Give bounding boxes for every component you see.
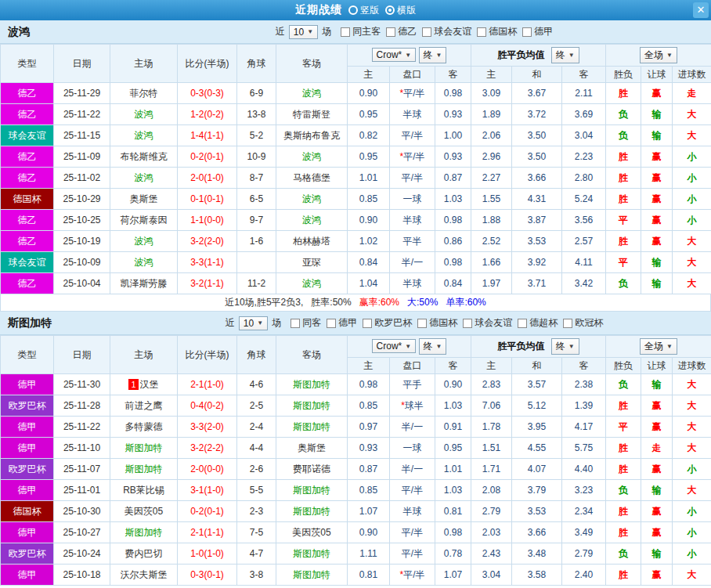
checkbox-icon[interactable]	[327, 319, 336, 328]
subcol-home-odds: 主	[348, 67, 390, 83]
checkbox-icon[interactable]	[518, 319, 527, 328]
match-count-select[interactable]: 10▼	[239, 316, 268, 330]
filter-checkbox[interactable]: 德乙	[386, 25, 417, 38]
layout-vertical-radio[interactable]: 竖版	[348, 4, 379, 17]
col-type: 类型	[1, 45, 54, 83]
away-team: 斯图加特	[276, 374, 348, 395]
asian-result-cell: 赢	[641, 83, 673, 104]
match-scope-select[interactable]: 全场▼	[640, 47, 677, 63]
home-odds: 0.97	[348, 417, 390, 438]
handicap: 平半	[390, 231, 435, 252]
corner-score: 7-5	[237, 522, 276, 543]
near-label: 近	[276, 25, 285, 38]
live-badge: 1	[128, 379, 138, 390]
avg-draw: 3.79	[512, 480, 562, 501]
match-date: 25-10-30	[54, 501, 110, 522]
away-odds: 0.90	[435, 374, 471, 395]
filter-checkbox[interactable]: 德国杯	[417, 316, 457, 330]
home-team: 凯泽斯劳滕	[110, 273, 178, 294]
avg-draw: 3.48	[512, 543, 562, 565]
checkbox-icon[interactable]	[291, 319, 300, 328]
checkbox-icon[interactable]	[417, 319, 427, 328]
subcol-handicap: 盘口	[390, 358, 435, 374]
radio-label: 横版	[397, 4, 416, 17]
final-avg-select[interactable]: 终▼	[551, 47, 579, 63]
result-cell: 胜	[606, 395, 641, 417]
team-label: 波鸿	[135, 172, 153, 183]
home-team: 费内巴切	[110, 543, 178, 565]
avg-odds-label: 胜平负均值	[497, 49, 544, 60]
avg-lose: 3.04	[562, 125, 606, 146]
checkbox-icon[interactable]	[363, 319, 372, 328]
goals-result-cell: 大	[673, 417, 711, 438]
avg-lose: 4.17	[562, 417, 606, 438]
match-score: 3-3(1-1)	[178, 252, 237, 273]
summary-row: 近10场,胜5平2负3,胜率:50%赢率:60%大:50%单率:60%	[0, 294, 711, 312]
league-badge: 德乙	[1, 146, 54, 168]
league-badge: 德乙	[1, 83, 54, 104]
checkbox-icon[interactable]	[341, 27, 350, 37]
away-team: 斯图加特	[276, 501, 348, 522]
subcol-handicap: 盘口	[390, 67, 435, 83]
team-label: 斯图加特	[293, 400, 330, 411]
final-odds-select[interactable]: 终▼	[419, 47, 447, 63]
match-date: 25-10-29	[54, 189, 110, 210]
league-badge: 德甲	[1, 374, 54, 395]
filter-checkbox[interactable]: 德甲	[522, 25, 553, 38]
summary-segment: 大:50%	[407, 297, 438, 308]
corner-score: 6-9	[237, 83, 276, 104]
checkbox-icon[interactable]	[386, 27, 395, 37]
filter-checkbox[interactable]: 德超杯	[518, 316, 558, 330]
goals-result-cell: 大	[673, 438, 711, 459]
checkbox-icon[interactable]	[563, 319, 572, 328]
bookmaker-select[interactable]: Crow*▼	[372, 48, 417, 62]
checkbox-icon[interactable]	[522, 27, 532, 37]
away-team: 波鸿	[276, 210, 348, 231]
filter-checkbox[interactable]: 同客	[291, 316, 321, 330]
team-label: 斯图加特	[125, 527, 163, 538]
match-score: 3-2(2-0)	[178, 231, 237, 252]
filter-checkbox[interactable]: 德甲	[327, 316, 357, 330]
corner-score: 2-4	[237, 417, 276, 438]
away-odds: 0.98	[435, 83, 471, 104]
checkbox-icon[interactable]	[422, 27, 431, 37]
match-count-select[interactable]: 10▼	[289, 25, 318, 39]
corner-score: 10-9	[237, 146, 276, 168]
away-odds: 0.81	[435, 501, 471, 522]
bookmaker-select[interactable]: Crow*▼	[372, 339, 417, 353]
checkbox-icon[interactable]	[463, 319, 472, 328]
filter-checkbox[interactable]: 欧罗巴杯	[363, 316, 412, 330]
close-button[interactable]: ✕	[693, 2, 709, 18]
handicap: 平/半	[390, 480, 435, 501]
subcol-avg-draw: 和	[512, 67, 562, 83]
avg-odds-label: 胜平负均值	[497, 341, 544, 352]
match-score: 0-2(0-1)	[178, 501, 237, 522]
filter-checkbox[interactable]: 欧冠杯	[563, 316, 603, 330]
league-badge: 德甲	[1, 417, 54, 438]
asian-result-cell: 输	[641, 104, 673, 125]
filter-checkbox[interactable]: 球会友谊	[422, 25, 471, 38]
match-date: 25-10-04	[54, 273, 110, 294]
avg-win: 2.08	[471, 480, 512, 501]
match-scope-select[interactable]: 全场▼	[640, 338, 677, 355]
final-odds-select[interactable]: 终▼	[419, 338, 447, 355]
away-team: 美因茨05	[276, 522, 348, 543]
filter-checkbox[interactable]: 球会友谊	[463, 316, 512, 330]
team-label: 波鸿	[135, 109, 153, 120]
match-row: 德甲 25-10-18 沃尔夫斯堡 0-3(0-1) 3-8 斯图加特 0.81…	[1, 565, 711, 586]
team-label: 波鸿	[135, 130, 153, 141]
team-name: 斯图加特	[8, 316, 125, 330]
sections-container: 波鸿 近 10▼ 场 同主客德乙球会友谊德国杯德甲 类型 日期 主场 比分(半场…	[0, 20, 711, 586]
away-odds: 1.01	[435, 459, 471, 480]
team-label: 多特蒙德	[125, 421, 163, 432]
filter-checkbox[interactable]: 同主客	[341, 25, 381, 38]
games-label: 场	[272, 316, 281, 330]
filter-label: 球会友谊	[475, 316, 512, 330]
match-date: 25-11-01	[54, 480, 110, 501]
layout-horizontal-radio[interactable]: 横版	[385, 4, 416, 17]
checkbox-icon[interactable]	[477, 27, 486, 37]
home-odds: 0.85	[348, 480, 390, 501]
league-badge: 德乙	[1, 273, 54, 294]
final-avg-select[interactable]: 终▼	[551, 338, 579, 355]
filter-checkbox[interactable]: 德国杯	[477, 25, 517, 38]
